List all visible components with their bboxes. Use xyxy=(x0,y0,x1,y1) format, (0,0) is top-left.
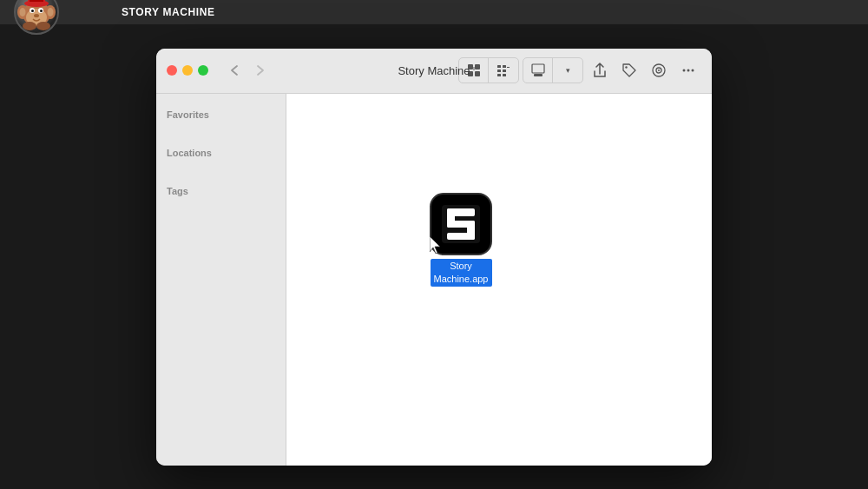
svg-rect-21 xyxy=(497,69,501,72)
svg-rect-27 xyxy=(534,74,542,76)
svg-rect-26 xyxy=(532,64,544,73)
svg-point-4 xyxy=(48,8,54,17)
svg-point-32 xyxy=(683,69,686,72)
app-name-line2: Machine.app xyxy=(434,274,489,284)
desktop: Story Machine xyxy=(0,24,868,489)
preview-button[interactable] xyxy=(646,57,672,83)
menu-bar-title: STORY MACHINE xyxy=(122,6,215,18)
preview-icon xyxy=(651,63,667,78)
app-logo-area xyxy=(10,0,62,24)
nav-buttons xyxy=(222,58,273,83)
title-bar: Story Machine xyxy=(156,49,712,94)
toolbar-right: ▾ xyxy=(458,57,701,83)
sidebar-favorites-label: Favorites xyxy=(156,104,286,122)
svg-point-3 xyxy=(20,8,26,17)
svg-rect-20 xyxy=(497,65,501,68)
svg-point-28 xyxy=(625,66,627,68)
more-icon xyxy=(681,63,696,78)
view-dropdown-button[interactable]: ▾ xyxy=(553,58,582,83)
gallery-icon xyxy=(531,63,545,77)
tag-icon xyxy=(621,63,637,78)
window-title: Story Machine xyxy=(398,64,470,77)
svg-rect-25 xyxy=(503,74,506,76)
svg-rect-19 xyxy=(475,71,480,76)
file-area[interactable]: Story Machine.app xyxy=(286,94,712,466)
close-button[interactable] xyxy=(167,65,177,76)
menu-bar: STORY MACHINE xyxy=(0,0,868,24)
sidebar-tags-label: Tags xyxy=(156,181,286,198)
svg-rect-42 xyxy=(447,228,467,233)
view-options-group: ▾ xyxy=(523,57,583,83)
svg-rect-39 xyxy=(447,208,455,228)
app-icon[interactable] xyxy=(430,193,492,255)
svg-point-10 xyxy=(34,14,39,17)
more-button[interactable] xyxy=(675,57,701,83)
svg-point-8 xyxy=(31,10,34,12)
minimize-button[interactable] xyxy=(182,65,193,76)
svg-rect-17 xyxy=(475,64,480,69)
finder-content: Favorites Locations Tags xyxy=(156,94,712,466)
svg-rect-22 xyxy=(497,74,501,76)
sidebar: Favorites Locations Tags xyxy=(156,94,286,466)
svg-point-34 xyxy=(692,69,694,72)
forward-icon xyxy=(256,64,265,76)
app-name-line1: Story xyxy=(450,261,472,271)
back-button[interactable] xyxy=(222,58,247,83)
app-label[interactable]: Story Machine.app xyxy=(431,259,492,287)
svg-rect-24 xyxy=(503,69,506,72)
share-button[interactable] xyxy=(587,57,613,83)
svg-point-9 xyxy=(40,10,43,12)
gallery-view-button[interactable] xyxy=(523,58,553,83)
maximize-button[interactable] xyxy=(198,65,208,76)
svg-point-31 xyxy=(658,69,660,71)
svg-rect-41 xyxy=(455,216,475,221)
back-icon xyxy=(230,64,239,76)
sidebar-locations-label: Locations xyxy=(156,142,286,160)
story-machine-icon xyxy=(438,202,483,247)
svg-rect-23 xyxy=(503,65,506,68)
tag-button[interactable] xyxy=(616,57,642,83)
svg-rect-40 xyxy=(467,221,475,240)
traffic-lights xyxy=(167,65,208,76)
svg-point-33 xyxy=(687,69,690,72)
finder-window: Story Machine xyxy=(156,49,712,466)
view-list-icon xyxy=(496,63,510,77)
forward-button[interactable] xyxy=(248,58,273,83)
app-icon-container[interactable]: Story Machine.app xyxy=(430,193,492,287)
svg-rect-13 xyxy=(30,0,43,2)
share-icon xyxy=(593,63,607,78)
view-list-button[interactable] xyxy=(489,58,518,83)
